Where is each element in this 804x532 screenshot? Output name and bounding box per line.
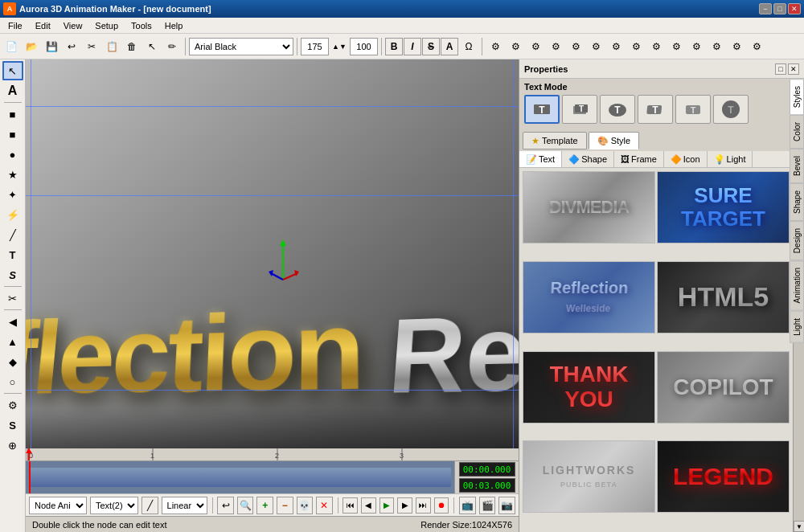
menu-edit[interactable]: Edit	[29, 19, 57, 32]
side-tab-styles[interactable]: Styles	[790, 79, 804, 115]
font-size-input[interactable]: 175	[301, 38, 329, 55]
prev-frame-tool[interactable]: ◀	[2, 312, 23, 331]
side-tab-color[interactable]: Color	[790, 115, 804, 149]
tool4[interactable]: ⚙	[546, 37, 565, 56]
style-tab[interactable]: 🎨 Style	[589, 132, 639, 149]
prev-frame-button[interactable]: ◀	[361, 497, 376, 514]
tool9[interactable]: ⚙	[646, 37, 666, 56]
skull-button[interactable]: 💀	[297, 497, 314, 514]
tool10[interactable]: ⚙	[667, 37, 686, 56]
cut-button[interactable]: ✂	[82, 37, 101, 56]
transform-gizmo[interactable]	[267, 239, 299, 288]
content-tab-shape[interactable]: 🔷 Shape	[562, 151, 614, 167]
size-up-icon[interactable]: ▲▼	[330, 37, 349, 56]
template-tab[interactable]: ★ Template	[523, 132, 587, 149]
text-mode-btn-3[interactable]: T	[600, 95, 635, 124]
tool11[interactable]: ⚙	[687, 37, 706, 56]
triangle-tool[interactable]: ▲	[2, 332, 23, 351]
select-tool[interactable]: ↖	[2, 61, 23, 80]
arrow-tool[interactable]: ⚡	[2, 205, 23, 224]
panel-controls[interactable]: □ ✕	[775, 63, 799, 75]
add-tool[interactable]: ⊕	[2, 436, 23, 455]
window-controls[interactable]: − □ ✕	[759, 3, 801, 14]
side-tab-animation[interactable]: Animation	[790, 260, 804, 310]
style-item-sure-target[interactable]: SURETARGET	[657, 171, 790, 243]
text-mode-btn-5[interactable]: T	[675, 95, 711, 124]
view-btn3[interactable]: 📷	[498, 497, 515, 514]
caps-button[interactable]: A	[441, 38, 458, 55]
swirl-tool[interactable]: S	[2, 265, 23, 284]
strikethrough-button[interactable]: S	[422, 38, 440, 55]
tool3[interactable]: ⚙	[526, 37, 545, 56]
view-btn1[interactable]: 📺	[459, 497, 476, 514]
canvas[interactable]: flection Re	[26, 59, 519, 448]
pencil-button[interactable]: ✏	[162, 37, 182, 56]
view-btn2[interactable]: 🎬	[479, 497, 496, 514]
panel-close-button[interactable]: ✕	[788, 63, 799, 75]
remove-keyframe-button[interactable]: −	[277, 497, 293, 514]
tool2[interactable]: ⚙	[506, 37, 525, 56]
italic-button[interactable]: I	[404, 38, 421, 55]
refresh-button[interactable]: ↩	[217, 497, 234, 514]
linear-select[interactable]: Linear	[162, 497, 207, 514]
content-tab-icon[interactable]: 🔶 Icon	[664, 151, 708, 167]
font-percent-input[interactable]: 100	[350, 38, 378, 55]
tool7[interactable]: ⚙	[606, 37, 626, 56]
tool5[interactable]: ⚙	[566, 37, 585, 56]
timeline-track[interactable]	[26, 461, 454, 493]
rect-tool[interactable]: ■	[2, 104, 23, 124]
tool12[interactable]: ⚙	[707, 37, 726, 56]
gear-tool[interactable]: ⚙	[2, 395, 23, 415]
special-button[interactable]: Ω	[459, 37, 478, 56]
tool1[interactable]: ⚙	[486, 37, 505, 56]
play-button[interactable]: ▶	[379, 497, 395, 514]
text-mode-btn-1[interactable]: T	[524, 95, 560, 124]
text-mode-btn-6[interactable]: T	[713, 95, 749, 124]
style-item-html5[interactable]: HTML5	[657, 261, 790, 334]
ellipse-tool[interactable]: ●	[2, 145, 23, 164]
tool13[interactable]: ⚙	[727, 37, 746, 56]
copy-button[interactable]: 📋	[102, 37, 121, 56]
tool8[interactable]: ⚙	[626, 37, 646, 56]
text2-tool[interactable]: T	[2, 245, 23, 264]
menu-view[interactable]: View	[57, 19, 89, 32]
text-mode-btn-4[interactable]: T	[638, 95, 673, 124]
text2-select[interactable]: Text(2)	[90, 497, 138, 514]
menu-help[interactable]: Help	[158, 19, 190, 32]
menu-setup[interactable]: Setup	[88, 19, 125, 32]
delete-button[interactable]: 🗑	[122, 37, 142, 56]
tool14[interactable]: ⚙	[747, 37, 766, 56]
side-tab-shape[interactable]: Shape	[790, 183, 804, 221]
cursor-button[interactable]: ↖	[142, 37, 162, 56]
menu-file[interactable]: File	[2, 19, 29, 32]
content-tab-light[interactable]: 💡 Light	[708, 151, 753, 167]
menu-tools[interactable]: Tools	[125, 19, 158, 32]
panel-float-button[interactable]: □	[775, 63, 786, 75]
undo-button[interactable]: ↩	[62, 37, 81, 56]
content-tab-frame[interactable]: 🖼 Frame	[614, 151, 664, 167]
record-button[interactable]: ⏺	[434, 497, 449, 514]
special-tool[interactable]: S	[2, 415, 23, 435]
scissors-tool[interactable]: ✂	[2, 289, 23, 308]
goto-start-button[interactable]: ⏮	[343, 497, 358, 514]
text-tool[interactable]: A	[2, 81, 23, 100]
bold-button[interactable]: B	[385, 38, 403, 55]
round-rect-tool[interactable]: ■	[2, 125, 23, 144]
font-selector[interactable]: Arial Black Arial Times New Roman Courie…	[189, 38, 293, 55]
style-item-reflection[interactable]: ReflectionWelleside	[523, 261, 655, 334]
style-item-thank-you[interactable]: THANKYOU	[523, 351, 655, 424]
polygon-tool[interactable]: ✦	[2, 185, 23, 204]
close-button[interactable]: ✕	[788, 3, 801, 14]
add-keyframe-button[interactable]: +	[256, 497, 273, 514]
style-item-legend[interactable]: LEGEND	[657, 440, 790, 513]
diamond-tool[interactable]: ◆	[2, 352, 23, 371]
node-ani-select[interactable]: Node Ani	[29, 497, 87, 514]
style-item-divmedia[interactable]: DIVMEDIA	[523, 171, 655, 243]
content-tab-text[interactable]: 📝 Text	[519, 151, 562, 167]
style-item-copilot[interactable]: COPILOT	[657, 351, 790, 424]
goto-end-button[interactable]: ⏭	[416, 497, 431, 514]
save-button[interactable]: 💾	[42, 37, 61, 56]
side-tab-light[interactable]: Light	[790, 311, 804, 343]
open-button[interactable]: 📂	[22, 37, 41, 56]
new-button[interactable]: 📄	[2, 37, 21, 56]
